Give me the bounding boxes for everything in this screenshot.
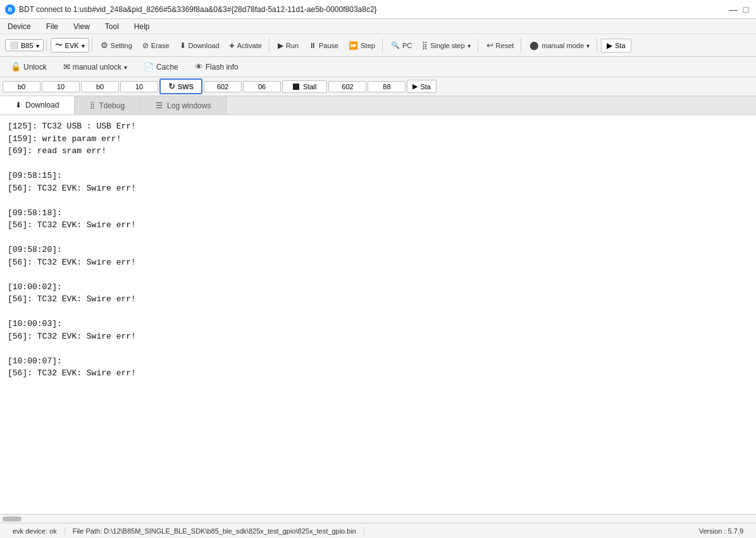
horizontal-scrollbar[interactable] (0, 514, 756, 523)
pc-search-icon (391, 41, 400, 49)
log-line (8, 268, 748, 281)
window-controls: — □ (728, 4, 751, 15)
step-label: Step (361, 42, 375, 49)
tdebug-tab-icon: ⣿ (90, 101, 95, 109)
setting-button[interactable]: Setting (96, 38, 137, 53)
evk-group: 〜 EVK (48, 38, 92, 53)
chip-icon (9, 41, 18, 49)
file-path: File Path: D:\12\B85M_SINGLE_BLE_SDK\b85… (65, 527, 364, 535)
sta-button[interactable]: Sta (601, 39, 631, 53)
addr-field-6[interactable] (243, 81, 281, 92)
menu-device[interactable]: Device (5, 21, 34, 32)
erase-label: Erase (151, 42, 170, 49)
single-step-icon: ⣿ (422, 41, 428, 50)
addr-sta-button[interactable]: ▶ Sta (407, 80, 437, 93)
sws-label: SWS (178, 83, 194, 91)
single-step-label: Single step (430, 42, 464, 49)
reset-button[interactable]: Reset (482, 38, 519, 53)
menu-help[interactable]: Help (132, 21, 152, 32)
cache-button[interactable]: Cache (138, 59, 184, 74)
manual-unlock-button[interactable]: manual unlock (58, 59, 133, 74)
scrollbar-thumb[interactable] (3, 516, 22, 522)
addr-field-4[interactable] (120, 81, 158, 92)
title-bar-left: B BDT connect to 1:usb#vid_248a&pid_8266… (5, 4, 377, 15)
log-line: [09:58:15]: (8, 170, 748, 182)
log-line (8, 158, 748, 170)
menu-file[interactable]: File (44, 21, 61, 32)
manual-mode-label: manual mode (542, 42, 584, 49)
addr-field-7[interactable] (328, 81, 366, 92)
activate-label: Activate (237, 42, 262, 49)
menu-tool[interactable]: Tool (102, 21, 121, 32)
log-line: [56]: TC32 EVK: Swire err! (8, 330, 748, 343)
minimize-button[interactable]: — (728, 4, 738, 15)
status-bar: evk device: ok File Path: D:\12\B85M_SIN… (0, 523, 756, 538)
erase-button[interactable]: ⊘ Erase (138, 39, 174, 53)
log-content: [125]: TC32 USB : USB Err![159]: write p… (0, 115, 756, 514)
mode-icon (530, 41, 539, 50)
stall-button[interactable]: Stall (282, 80, 327, 93)
download-tab-label: Download (25, 101, 59, 109)
eye-icon (195, 62, 203, 72)
window-title: BDT connect to 1:usb#vid_248a&pid_8266#5… (19, 5, 377, 14)
log-line (8, 194, 748, 207)
title-bar: B BDT connect to 1:usb#vid_248a&pid_8266… (0, 0, 756, 19)
sws-button[interactable]: ↻ SWS (159, 78, 202, 94)
run-group: Run Pause Step (271, 39, 383, 53)
manual-mode-button[interactable]: manual mode (525, 38, 594, 53)
erase-icon: ⊘ (142, 41, 149, 50)
menu-view[interactable]: View (71, 21, 92, 32)
addr-bar: ↻ SWS Stall ▶ Sta (0, 77, 756, 96)
step-icon (349, 41, 358, 50)
download-toolbar-button[interactable]: Download (175, 39, 224, 53)
unlock-label: Unlock (23, 63, 47, 72)
reset-icon (486, 41, 493, 50)
mode-chevron-icon (586, 42, 590, 49)
step-button[interactable]: Step (344, 39, 380, 53)
chip-label: B85 (21, 42, 34, 49)
tab-log-windows[interactable]: Log windows (140, 96, 226, 115)
pc-button[interactable]: PC (387, 39, 416, 52)
addr-field-2[interactable] (42, 81, 80, 92)
log-line: [09:58:20]: (8, 244, 748, 256)
gear-icon (101, 41, 108, 50)
unlock-button[interactable]: Unlock (5, 59, 53, 74)
log-line: [159]: write param err! (8, 133, 748, 146)
reset-label: Reset (496, 42, 514, 49)
evk-selector[interactable]: 〜 EVK (51, 38, 89, 53)
chip-selector[interactable]: B85 (5, 39, 44, 51)
flash-info-button[interactable]: Flash info (189, 59, 244, 74)
flash-info-label: Flash info (206, 63, 239, 72)
activate-button[interactable]: Activate (225, 38, 266, 53)
sta-play-icon (607, 41, 612, 50)
secondary-toolbar: Unlock manual unlock Cache Flash info (0, 57, 756, 77)
version: Version : 5.7.9 (691, 527, 751, 535)
log-line: [125]: TC32 USB : USB Err! (8, 120, 748, 133)
settings-group: Setting ⊘ Erase Download Activate (94, 38, 270, 53)
sta-group: Sta (598, 39, 634, 53)
tab-tdebug[interactable]: ⣿ Tdebug (75, 96, 140, 115)
single-step-button[interactable]: ⣿ Single step (418, 39, 474, 53)
pause-button[interactable]: Pause (304, 39, 343, 53)
manual-unlock-label: manual unlock (73, 63, 121, 72)
log-line: [10:00:07]: (8, 355, 748, 368)
addr-field-3[interactable] (81, 81, 119, 92)
doc-icon (144, 62, 154, 72)
tdebug-tab-label: Tdebug (99, 101, 125, 110)
device-status: evk device: ok (5, 527, 65, 535)
tab-download[interactable]: ⬇ Download (0, 96, 75, 115)
log-line (8, 342, 748, 355)
setting-label: Setting (111, 42, 132, 49)
addr-field-8[interactable] (368, 81, 406, 92)
activate-icon (230, 41, 235, 51)
log-line: [09:58:18]: (8, 207, 748, 220)
evk-wave-icon: 〜 (55, 40, 63, 51)
addr-field-5[interactable] (204, 81, 242, 92)
addr-sta-play-icon: ▶ (412, 82, 418, 91)
stall-square-icon (293, 84, 299, 90)
maximize-button[interactable]: □ (741, 4, 751, 15)
log-line: [56]: TC32 EVK: Swire err! (8, 182, 748, 195)
log-line (8, 232, 748, 244)
run-button[interactable]: Run (273, 39, 303, 53)
addr-field-1[interactable] (3, 81, 40, 92)
